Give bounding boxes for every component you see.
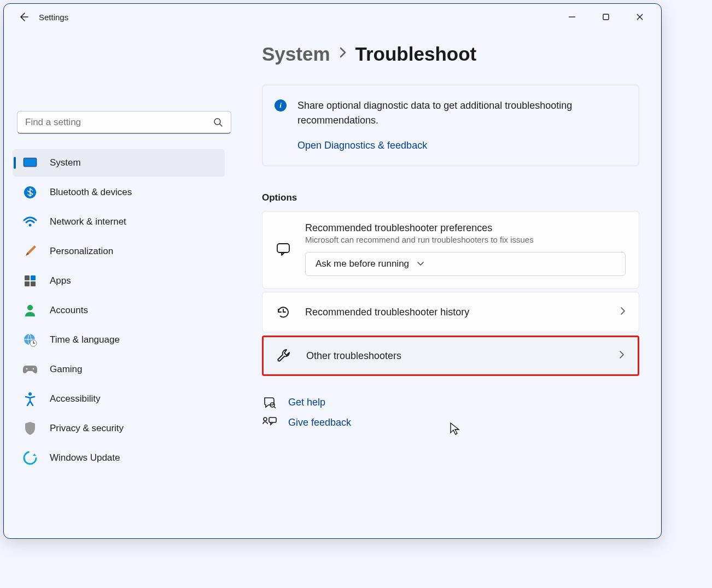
svg-rect-13 (31, 281, 36, 286)
minimize-button[interactable] (559, 8, 585, 26)
breadcrumb: System Troubleshoot (262, 43, 639, 65)
svg-line-23 (274, 407, 276, 408)
sidebar-item-time-language[interactable]: Time & language (13, 326, 225, 354)
main-content: System Troubleshoot i Share optional dia… (234, 30, 661, 538)
info-text: Share optional diagnostic data to get ad… (297, 98, 627, 128)
pref-subtitle: Microsoft can recommend and run troubles… (305, 235, 626, 244)
display-icon (22, 155, 38, 170)
svg-point-19 (28, 392, 32, 396)
sidebar: System Bluetooth & devices Network & int… (4, 30, 234, 538)
diagnostics-info-card: i Share optional diagnostic data to get … (262, 85, 639, 166)
pref-dropdown[interactable]: Ask me before running (305, 252, 626, 276)
get-help-link[interactable]: Get help (262, 396, 639, 409)
svg-point-18 (33, 368, 34, 370)
speech-bubble-icon (276, 242, 291, 256)
sidebar-item-accessibility[interactable]: Accessibility (13, 385, 225, 413)
chevron-right-icon (620, 307, 626, 317)
svg-rect-12 (25, 281, 30, 286)
breadcrumb-parent[interactable]: System (262, 43, 330, 65)
info-icon: i (275, 99, 287, 111)
svg-point-17 (26, 368, 28, 370)
dropdown-value: Ask me before running (316, 258, 409, 269)
options-heading: Options (262, 192, 639, 203)
sidebar-item-windows-update[interactable]: Windows Update (13, 444, 225, 472)
svg-rect-1 (603, 14, 609, 20)
close-icon (636, 13, 644, 21)
close-button[interactable] (627, 8, 652, 26)
sidebar-item-label: Time & language (50, 334, 120, 345)
arrow-left-icon (18, 11, 29, 22)
sidebar-item-label: Gaming (50, 364, 83, 375)
svg-rect-10 (25, 275, 30, 280)
maximize-button[interactable] (593, 8, 618, 26)
bluetooth-icon (22, 185, 38, 200)
sidebar-item-label: Bluetooth & devices (50, 187, 132, 198)
svg-point-14 (27, 305, 33, 310)
svg-point-20 (24, 452, 36, 464)
sidebar-item-gaming[interactable]: Gaming (13, 356, 225, 383)
accessibility-icon (22, 391, 38, 407)
give-feedback-link[interactable]: Give feedback (262, 416, 639, 428)
breadcrumb-current: Troubleshoot (355, 43, 477, 65)
sidebar-item-label: Network & internet (50, 216, 126, 227)
globe-clock-icon (22, 332, 38, 348)
chevron-right-icon (619, 350, 625, 361)
sidebar-item-label: Apps (50, 275, 71, 286)
settings-window: Settings System (3, 3, 662, 539)
troubleshooter-preferences-card: Recommended troubleshooter preferences M… (262, 211, 639, 289)
pref-title: Recommended troubleshooter preferences (305, 222, 626, 234)
sidebar-item-system[interactable]: System (13, 149, 225, 177)
troubleshooter-history-card[interactable]: Recommended troubleshooter history (262, 292, 639, 332)
give-feedback-label: Give feedback (288, 417, 351, 428)
history-icon (276, 304, 291, 320)
sidebar-item-apps[interactable]: Apps (13, 267, 225, 295)
maximize-icon (602, 13, 610, 21)
gamepad-icon (22, 362, 38, 377)
sidebar-item-bluetooth[interactable]: Bluetooth & devices (13, 179, 225, 206)
other-title: Other troubleshooters (306, 350, 619, 362)
sidebar-item-label: Personalization (50, 246, 113, 257)
sidebar-item-label: Windows Update (50, 452, 120, 463)
account-area (13, 34, 225, 111)
search-input[interactable] (25, 117, 213, 128)
search-box[interactable] (17, 111, 231, 134)
brush-icon (22, 244, 38, 259)
svg-rect-21 (277, 244, 289, 252)
svg-rect-25 (269, 418, 276, 422)
svg-rect-7 (25, 159, 36, 166)
sidebar-item-accounts[interactable]: Accounts (13, 297, 225, 324)
open-diagnostics-link[interactable]: Open Diagnostics & feedback (297, 140, 627, 151)
sidebar-item-label: Accounts (50, 305, 88, 316)
history-title: Recommended troubleshooter history (305, 307, 620, 318)
svg-rect-11 (31, 275, 36, 280)
person-icon (22, 303, 38, 318)
sidebar-item-label: Accessibility (50, 393, 101, 404)
shield-icon (22, 421, 38, 436)
feedback-icon (262, 416, 277, 428)
sidebar-item-label: System (50, 157, 81, 168)
back-button[interactable] (13, 6, 34, 28)
search-icon (213, 117, 223, 127)
svg-line-5 (220, 124, 222, 126)
svg-point-9 (29, 224, 32, 227)
wifi-icon (22, 214, 38, 230)
chevron-right-icon (339, 46, 347, 62)
apps-icon (22, 273, 38, 289)
sidebar-item-label: Privacy & security (50, 423, 124, 434)
wrench-icon (277, 348, 292, 363)
help-icon (262, 396, 277, 409)
sidebar-item-personalization[interactable]: Personalization (13, 238, 225, 265)
update-icon (22, 450, 38, 466)
titlebar: Settings (4, 4, 661, 30)
sidebar-item-privacy[interactable]: Privacy & security (13, 415, 225, 442)
svg-point-24 (264, 418, 267, 421)
chevron-down-icon (417, 261, 424, 267)
get-help-label: Get help (288, 397, 325, 408)
other-troubleshooters-card[interactable]: Other troubleshooters (262, 336, 639, 376)
sidebar-item-network[interactable]: Network & internet (13, 208, 225, 236)
minimize-icon (568, 13, 576, 21)
window-title: Settings (39, 13, 68, 22)
